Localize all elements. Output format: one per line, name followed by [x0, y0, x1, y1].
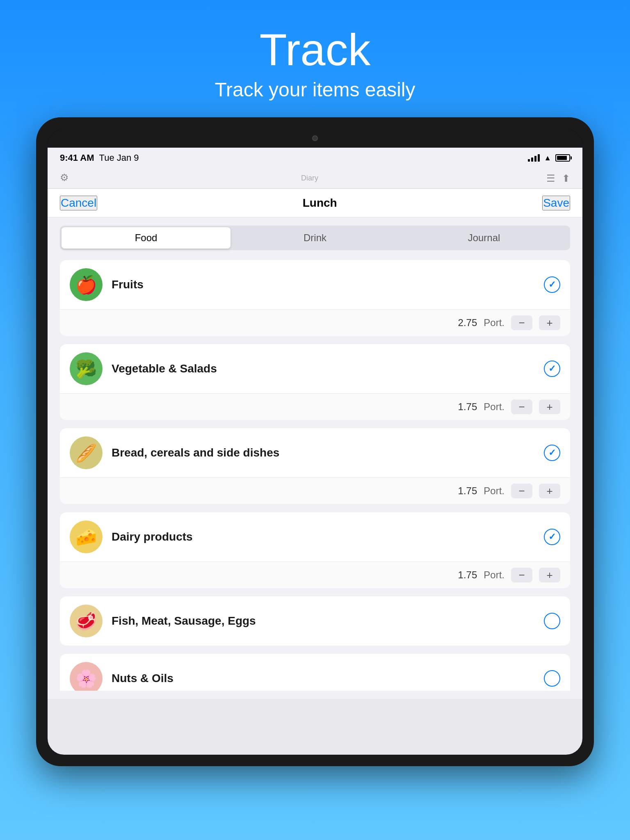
nuts-label: Nuts & Oils — [112, 672, 544, 685]
page-subtitle: Track your items easily — [215, 78, 415, 101]
segment-journal[interactable]: Journal — [399, 227, 568, 249]
food-list: 🍎 Fruits 2.75 Port. − + — [60, 260, 570, 691]
status-time: 9:41 AM — [60, 153, 94, 163]
segment-control: Food Drink Journal — [60, 226, 570, 250]
meat-label: Fish, Meat, Sausage, Eggs — [112, 614, 544, 628]
navigation-bar: Cancel Lunch Save — [48, 189, 582, 217]
dairy-port-label: Port. — [484, 569, 504, 581]
nuts-icon: 🌸 — [70, 662, 103, 691]
food-item-nuts: 🌸 Nuts & Oils — [60, 654, 570, 691]
status-date: Tue Jan 9 — [99, 153, 139, 163]
screen-content: 9:41 AM Tue Jan 9 ▲ — [48, 148, 582, 755]
fruits-portions: 2.75 — [458, 317, 477, 329]
meat-icon: 🥩 — [70, 605, 103, 637]
status-icons: ▲ — [528, 154, 570, 162]
bread-portions: 1.75 — [458, 485, 477, 497]
main-content: Food Drink Journal 🍎 Fruits 2.75 — [48, 217, 582, 699]
veggies-check[interactable] — [544, 361, 560, 377]
page-header: Track Track your items easily — [215, 0, 415, 117]
signal-icon — [528, 154, 540, 162]
bread-port-label: Port. — [484, 485, 504, 497]
dairy-label: Dairy products — [112, 530, 544, 543]
dairy-decrement[interactable]: − — [511, 568, 532, 582]
veggies-label: Vegetable & Salads — [112, 362, 544, 375]
app-toolbar: ⚙ Diary ☰ ⬆ — [48, 168, 582, 189]
food-item-bread: 🥖 Bread, cereals and side dishes 1.75 Po… — [60, 428, 570, 504]
dairy-check[interactable] — [544, 529, 560, 545]
front-camera — [312, 135, 318, 141]
veggies-decrement[interactable]: − — [511, 399, 532, 414]
settings-icon[interactable]: ⚙ — [60, 172, 73, 185]
meat-check[interactable] — [544, 613, 560, 629]
cancel-button[interactable]: Cancel — [60, 196, 97, 210]
save-button[interactable]: Save — [542, 196, 570, 210]
share-icon[interactable]: ⬆ — [562, 173, 570, 184]
fruits-decrement[interactable]: − — [511, 315, 532, 330]
fruits-increment[interactable]: + — [539, 315, 560, 330]
food-item-fruits: 🍎 Fruits 2.75 Port. − + — [60, 260, 570, 336]
fruits-check[interactable] — [544, 276, 560, 293]
fruits-label: Fruits — [112, 278, 544, 291]
fruits-port-label: Port. — [484, 317, 504, 329]
food-item-meat: 🥩 Fish, Meat, Sausage, Eggs — [60, 596, 570, 646]
dairy-increment[interactable]: + — [539, 568, 560, 582]
list-icon[interactable]: ☰ — [546, 173, 555, 184]
camera-bar — [48, 129, 582, 148]
bread-icon: 🥖 — [70, 436, 103, 469]
toolbar-title: Diary — [301, 174, 318, 183]
nav-title: Lunch — [303, 196, 337, 210]
food-item-veggies: 🥦 Vegetable & Salads 1.75 Port. − + — [60, 344, 570, 420]
bread-increment[interactable]: + — [539, 484, 560, 498]
wifi-icon: ▲ — [544, 154, 551, 162]
ipad-device: 9:41 AM Tue Jan 9 ▲ — [36, 117, 594, 766]
veggies-port-label: Port. — [484, 401, 504, 413]
fruits-icon: 🍎 — [70, 268, 103, 301]
bread-check[interactable] — [544, 445, 560, 461]
status-bar: 9:41 AM Tue Jan 9 ▲ — [48, 148, 582, 168]
nuts-check[interactable] — [544, 670, 560, 687]
veggies-portions: 1.75 — [458, 401, 477, 413]
toolbar-right: ☰ ⬆ — [546, 173, 570, 184]
dairy-icon: 🧀 — [70, 520, 103, 553]
battery-icon — [555, 154, 570, 162]
bread-decrement[interactable]: − — [511, 484, 532, 498]
dairy-portions: 1.75 — [458, 569, 477, 581]
page-title: Track — [215, 25, 415, 74]
food-item-dairy: 🧀 Dairy products 1.75 Port. − + — [60, 512, 570, 588]
ipad-screen: 9:41 AM Tue Jan 9 ▲ — [48, 129, 582, 755]
veggies-icon: 🥦 — [70, 352, 103, 385]
segment-drink[interactable]: Drink — [231, 227, 399, 249]
bread-label: Bread, cereals and side dishes — [112, 446, 544, 459]
segment-food[interactable]: Food — [62, 227, 231, 249]
veggies-increment[interactable]: + — [539, 399, 560, 414]
